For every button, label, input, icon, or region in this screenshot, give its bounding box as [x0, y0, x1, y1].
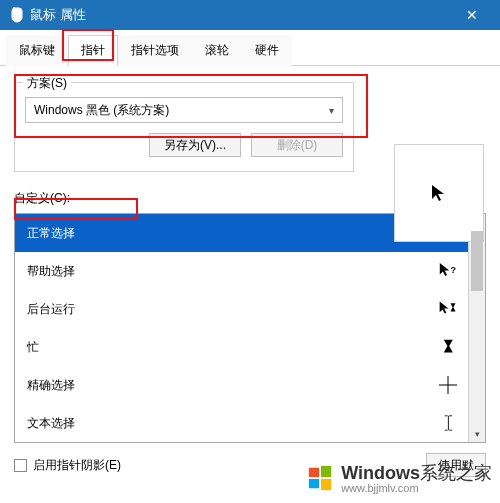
arrow-icon	[429, 183, 449, 203]
item-label: 精确选择	[27, 377, 75, 394]
close-icon[interactable]: ✕	[452, 7, 492, 23]
list-item[interactable]: 文本选择	[15, 404, 468, 442]
scheme-label: 方案(S)	[23, 75, 71, 92]
item-label: 后台运行	[27, 301, 75, 318]
preview-pane	[394, 144, 484, 242]
scheme-value: Windows 黑色 (系统方案)	[34, 102, 169, 119]
scheme-dropdown[interactable]: Windows 黑色 (系统方案) ▾	[25, 97, 343, 123]
svg-rect-5	[309, 479, 319, 488]
save-as-button[interactable]: 另存为(V)...	[149, 133, 241, 157]
titlebar: 鼠标 属性 ✕	[0, 0, 500, 30]
ibeam-icon	[438, 414, 458, 432]
item-label: 帮助选择	[27, 263, 75, 280]
bottom-row: 启用指针阴影(E) 使用默	[14, 453, 486, 477]
cursor-list: 正常选择 帮助选择 ? 后台运行 忙 精确选择 文本选择	[14, 213, 486, 443]
mouse-icon	[8, 7, 24, 23]
tab-bar: 鼠标键 指针 指针选项 滚轮 硬件	[0, 30, 500, 66]
crosshair-icon	[438, 376, 458, 394]
list-item[interactable]: 精确选择	[15, 366, 468, 404]
svg-text:?: ?	[451, 265, 457, 275]
list-items: 正常选择 帮助选择 ? 后台运行 忙 精确选择 文本选择	[15, 214, 468, 442]
use-default-button[interactable]: 使用默	[426, 453, 486, 477]
scroll-thumb[interactable]	[471, 231, 483, 291]
shadow-label: 启用指针阴影(E)	[33, 457, 121, 474]
shadow-checkbox[interactable]	[14, 459, 27, 472]
item-label: 文本选择	[27, 415, 75, 432]
arrow-wait-icon	[438, 300, 458, 318]
chevron-down-icon: ▾	[329, 105, 334, 116]
wm-url: www.bjjmlv.com	[341, 483, 492, 495]
hourglass-icon	[438, 338, 458, 356]
item-label: 正常选择	[27, 225, 75, 242]
tab-pointer-options[interactable]: 指针选项	[118, 35, 192, 66]
tab-hardware[interactable]: 硬件	[242, 35, 292, 66]
tab-wheel[interactable]: 滚轮	[192, 35, 242, 66]
delete-button: 删除(D)	[251, 133, 343, 157]
item-label: 忙	[27, 339, 39, 356]
scroll-track[interactable]	[469, 231, 485, 425]
content: 方案(S) Windows 黑色 (系统方案) ▾ 另存为(V)... 删除(D…	[0, 66, 500, 477]
list-item[interactable]: 后台运行	[15, 290, 468, 328]
scheme-group: 方案(S) Windows 黑色 (系统方案) ▾ 另存为(V)... 删除(D…	[14, 82, 354, 172]
arrow-help-icon: ?	[438, 262, 458, 280]
tab-pointers[interactable]: 指针	[68, 35, 118, 66]
tab-buttons[interactable]: 鼠标键	[6, 35, 68, 66]
scrollbar[interactable]: ▴ ▾	[468, 214, 485, 442]
scroll-down-icon[interactable]: ▾	[469, 425, 485, 442]
svg-rect-6	[321, 479, 331, 490]
list-item[interactable]: 帮助选择 ?	[15, 252, 468, 290]
scheme-buttons: 另存为(V)... 删除(D)	[25, 133, 343, 157]
window-title: 鼠标 属性	[30, 6, 452, 24]
list-item[interactable]: 忙	[15, 328, 468, 366]
